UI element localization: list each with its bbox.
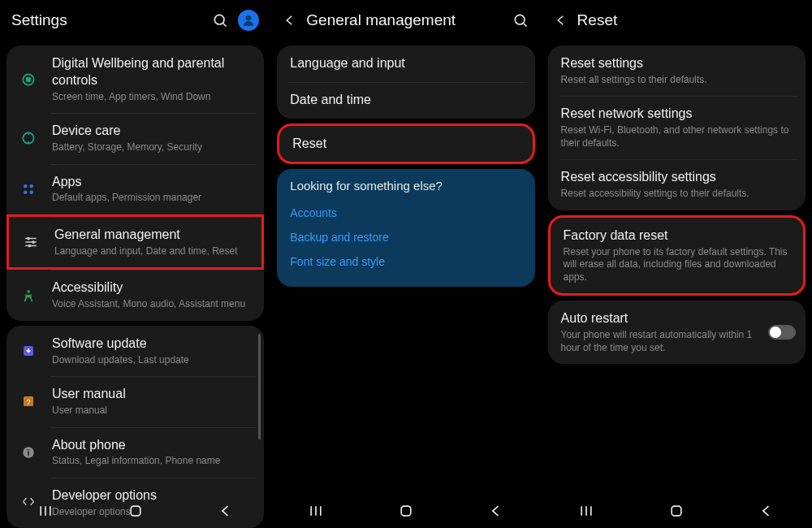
scrollbar[interactable] bbox=[258, 334, 261, 439]
svg-point-16 bbox=[27, 289, 30, 292]
row-title: Software update bbox=[52, 335, 254, 353]
row-title: Date and time bbox=[290, 92, 525, 109]
row-title: Accessibility bbox=[52, 279, 254, 296]
svg-rect-21 bbox=[28, 451, 29, 455]
nav-bar bbox=[270, 494, 541, 528]
svg-point-22 bbox=[28, 448, 29, 450]
svg-point-13 bbox=[28, 238, 29, 240]
row-subtitle: Screen time, App timers, Wind Down bbox=[52, 91, 254, 104]
apps-icon bbox=[16, 177, 41, 201]
recents-button[interactable] bbox=[306, 501, 326, 521]
back-icon[interactable] bbox=[553, 13, 569, 28]
row-subtitle: Default apps, Permission manager bbox=[52, 192, 254, 205]
row-title: Apps bbox=[52, 174, 254, 191]
header: Settings bbox=[0, 0, 270, 41]
link-backup[interactable]: Backup and restore bbox=[290, 225, 521, 249]
row-subtitle: Reset accessibility settings to their de… bbox=[561, 188, 796, 201]
nav-bar bbox=[542, 494, 812, 528]
about-icon bbox=[16, 440, 41, 465]
settings-row-manual[interactable]: ? User manual User manual bbox=[6, 376, 264, 426]
home-button[interactable] bbox=[126, 501, 145, 521]
svg-text:?: ? bbox=[26, 398, 30, 406]
svg-point-27 bbox=[515, 15, 525, 24]
link-font[interactable]: Font size and style bbox=[290, 249, 521, 274]
settings-row-wellbeing[interactable]: Digital Wellbeing and parental controls … bbox=[6, 45, 264, 113]
looking-heading: Looking for something else? bbox=[290, 179, 521, 193]
row-title: Language and input bbox=[290, 55, 525, 72]
row-title: Reset network settings bbox=[561, 106, 796, 123]
row-subtitle: Reset Wi-Fi, Bluetooth, and other networ… bbox=[561, 124, 796, 149]
settings-row-about[interactable]: About phone Status, Legal information, P… bbox=[6, 427, 264, 478]
reset-group-1: Reset settings Reset all settings to the… bbox=[548, 45, 806, 210]
row-title: General management bbox=[54, 227, 252, 244]
settings-screen: Settings Digital Wellbeing and parental … bbox=[0, 0, 270, 528]
wellbeing-icon bbox=[16, 67, 41, 92]
row-subtitle: Reset all settings to their defaults. bbox=[561, 74, 796, 87]
svg-point-8 bbox=[24, 190, 28, 194]
svg-line-1 bbox=[223, 24, 227, 27]
page-title: Settings bbox=[11, 11, 202, 29]
svg-rect-36 bbox=[672, 506, 681, 516]
gm-group-1: Language and input Date and time bbox=[277, 45, 534, 119]
row-subtitle: Voice Assistant, Mono audio, Assistant m… bbox=[52, 298, 254, 311]
row-reset-network[interactable]: Reset network settings Reset Wi-Fi, Blue… bbox=[548, 96, 806, 159]
settings-row-apps[interactable]: Apps Default apps, Permission manager bbox=[6, 164, 264, 214]
profile-avatar[interactable] bbox=[238, 10, 259, 31]
svg-point-2 bbox=[246, 15, 252, 21]
row-reset-settings[interactable]: Reset settings Reset all settings to the… bbox=[548, 45, 806, 96]
search-icon[interactable] bbox=[511, 11, 530, 30]
row-subtitle: Battery, Storage, Memory, Security bbox=[52, 141, 254, 154]
page-title: Reset bbox=[577, 11, 801, 29]
home-button[interactable] bbox=[667, 501, 686, 521]
row-title: Factory data reset bbox=[564, 227, 793, 245]
row-title: Reset accessibility settings bbox=[561, 169, 796, 186]
page-title: General management bbox=[306, 11, 502, 29]
row-subtitle: User manual bbox=[52, 405, 254, 418]
back-button[interactable] bbox=[216, 501, 235, 521]
row-subtitle: Reset your phone to its factory default … bbox=[564, 246, 793, 284]
reset-screen: Reset Reset settings Reset all settings … bbox=[542, 0, 812, 528]
accessibility-icon bbox=[16, 283, 41, 308]
recents-button[interactable] bbox=[577, 501, 596, 521]
general-management-screen: General management Language and input Da… bbox=[270, 0, 541, 528]
devicecare-icon bbox=[16, 126, 41, 150]
svg-point-9 bbox=[30, 190, 34, 194]
row-subtitle: Status, Legal information, Phone name bbox=[52, 455, 254, 468]
row-auto-restart[interactable]: Auto restart Your phone will restart aut… bbox=[548, 301, 806, 364]
row-reset-accessibility[interactable]: Reset accessibility settings Reset acces… bbox=[548, 159, 806, 210]
auto-restart-toggle[interactable] bbox=[768, 325, 796, 340]
back-button[interactable] bbox=[486, 501, 506, 521]
header: Reset bbox=[542, 0, 812, 41]
search-icon[interactable] bbox=[210, 11, 230, 30]
row-title: Device care bbox=[52, 123, 254, 140]
update-icon bbox=[16, 339, 41, 363]
row-title: About phone bbox=[52, 437, 254, 454]
svg-point-7 bbox=[30, 184, 34, 188]
svg-point-4 bbox=[27, 77, 31, 81]
row-title: Reset settings bbox=[561, 55, 796, 72]
row-title: Auto restart bbox=[561, 310, 757, 327]
link-accounts[interactable]: Accounts bbox=[290, 201, 521, 225]
row-subtitle: Download updates, Last update bbox=[52, 354, 254, 367]
settings-row-update[interactable]: Software update Download updates, Last u… bbox=[6, 326, 264, 376]
row-factory-reset[interactable]: Factory data reset Reset your phone to i… bbox=[548, 215, 806, 296]
row-datetime[interactable]: Date and time bbox=[277, 82, 534, 119]
general-icon bbox=[19, 230, 43, 254]
home-button[interactable] bbox=[396, 501, 416, 521]
svg-line-28 bbox=[523, 24, 526, 27]
svg-point-0 bbox=[215, 15, 225, 24]
row-language[interactable]: Language and input bbox=[277, 45, 534, 82]
row-title: Digital Wellbeing and parental controls bbox=[52, 55, 254, 89]
settings-group-1: Digital Wellbeing and parental controls … bbox=[6, 45, 264, 321]
back-button[interactable] bbox=[757, 501, 776, 521]
settings-row-accessibility[interactable]: Accessibility Voice Assistant, Mono audi… bbox=[6, 270, 264, 320]
nav-bar bbox=[0, 494, 270, 528]
header: General management bbox=[270, 0, 541, 41]
settings-row-devicecare[interactable]: Device care Battery, Storage, Memory, Se… bbox=[6, 113, 264, 163]
row-reset[interactable]: Reset bbox=[277, 123, 534, 165]
looking-for-panel: Looking for something else? Accounts Bac… bbox=[277, 169, 534, 287]
svg-rect-32 bbox=[401, 506, 411, 516]
recents-button[interactable] bbox=[36, 501, 55, 521]
settings-row-general[interactable]: General management Language and input, D… bbox=[6, 214, 264, 270]
back-icon[interactable] bbox=[282, 13, 298, 28]
